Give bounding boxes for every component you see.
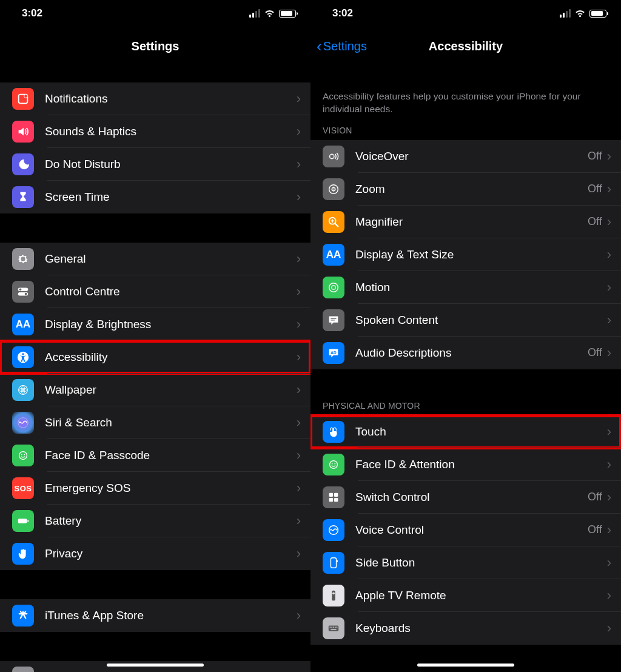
chevron-right-icon: › (607, 555, 611, 571)
row-side-button[interactable]: Side Button› (310, 546, 621, 579)
row-label: Keyboards (355, 622, 607, 635)
magnifier-icon (323, 211, 344, 233)
row-label: Wallpaper (45, 383, 297, 397)
row-touch[interactable]: Touch› (310, 415, 621, 448)
svg-point-40 (332, 592, 335, 594)
svg-rect-37 (331, 558, 336, 568)
home-indicator[interactable] (417, 664, 514, 667)
row-switch-control[interactable]: Switch ControlOff› (310, 481, 621, 514)
settings-list[interactable]: Notifications›Sounds & Haptics›Do Not Di… (0, 66, 310, 672)
row-value: Off (588, 523, 602, 536)
svg-point-3 (19, 289, 22, 291)
chevron-right-icon: › (297, 156, 301, 172)
settings-group: General›Control Centre›AADisplay & Brigh… (0, 243, 310, 570)
row-battery[interactable]: Battery› (0, 505, 310, 537)
settings-group: Passwords & Accounts› (0, 661, 310, 672)
sound-icon (12, 121, 34, 143)
row-label: Accessibility (45, 351, 297, 364)
motion-icon (323, 277, 344, 298)
row-value: Off (588, 150, 602, 163)
row-emergency-sos[interactable]: SOSEmergency SOS› (0, 472, 310, 505)
row-value: Off (588, 215, 602, 228)
chevron-right-icon: › (607, 181, 611, 197)
svg-point-24 (332, 286, 335, 289)
sos-icon: SOS (12, 477, 34, 499)
row-general[interactable]: General› (0, 243, 310, 275)
row-display-brightness[interactable]: AADisplay & Brightness› (0, 308, 310, 341)
battery-icon (279, 10, 296, 18)
chevron-right-icon: › (607, 280, 611, 295)
row-do-not-disturb[interactable]: Do Not Disturb› (0, 148, 310, 181)
row-itunes-app-store[interactable]: iTunes & App Store› (0, 599, 310, 632)
svg-text:AD: AD (331, 351, 337, 355)
row-face-id-attention[interactable]: Face ID & Attention› (310, 448, 621, 481)
svg-rect-38 (337, 560, 338, 562)
svg-point-12 (19, 452, 27, 460)
faceid-icon (323, 454, 344, 475)
chevron-right-icon: › (297, 415, 301, 431)
row-keyboards[interactable]: Keyboards› (310, 612, 621, 645)
svg-rect-39 (332, 591, 335, 601)
cellular-icon (249, 9, 260, 18)
chevron-right-icon: › (297, 189, 301, 205)
row-label: Notifications (45, 92, 297, 106)
row-label: Voice Control (355, 523, 588, 537)
battery-icon (12, 510, 34, 532)
accessibility-screen: 3:02 ‹ Settings Accessibility Accessibil… (310, 0, 621, 672)
row-screen-time[interactable]: Screen Time› (0, 181, 310, 213)
accessibility-list[interactable]: Accessibility features help you customis… (310, 66, 621, 672)
row-passwords-accounts[interactable]: Passwords & Accounts› (0, 661, 310, 672)
chevron-right-icon: › (607, 312, 611, 328)
row-notifications[interactable]: Notifications› (0, 82, 310, 115)
nav-bar: Settings (0, 27, 310, 66)
svg-rect-45 (335, 627, 336, 628)
row-value: Off (588, 183, 602, 195)
row-privacy[interactable]: Privacy› (0, 537, 310, 570)
row-label: Face ID & Passcode (45, 449, 297, 462)
appstore-icon (12, 605, 34, 627)
remote-icon (323, 585, 344, 606)
row-value: Off (588, 346, 602, 359)
notifications-icon (12, 88, 34, 110)
nav-bar: ‹ Settings Accessibility (310, 27, 621, 66)
row-label: Siri & Search (45, 416, 297, 429)
wifi-icon (264, 9, 275, 18)
row-audio-descriptions[interactable]: ADAudio DescriptionsOff› (310, 337, 621, 369)
row-zoom[interactable]: ZoomOff› (310, 173, 621, 206)
svg-point-9 (22, 389, 24, 391)
row-display-text-size[interactable]: AADisplay & Text Size› (310, 238, 621, 271)
settings-group: VoiceOverOff›ZoomOff›MagnifierOff›AADisp… (310, 140, 621, 369)
faceid-icon (12, 445, 34, 466)
svg-rect-15 (18, 519, 27, 523)
row-motion[interactable]: Motion› (310, 271, 621, 304)
row-label: Side Button (355, 556, 607, 570)
row-label: Motion (355, 281, 607, 294)
row-label: Privacy (45, 547, 297, 560)
chevron-right-icon: › (607, 345, 611, 361)
status-bar: 3:02 (0, 0, 310, 27)
row-voiceover[interactable]: VoiceOverOff› (310, 140, 621, 173)
back-button[interactable]: ‹ Settings (317, 38, 367, 54)
row-label: Control Centre (45, 285, 297, 298)
chevron-right-icon: › (607, 424, 611, 440)
svg-point-31 (334, 463, 335, 464)
hand-icon (12, 543, 34, 565)
speech-bubble-icon (323, 309, 344, 331)
row-spoken-content[interactable]: Spoken Content› (310, 304, 621, 337)
row-siri-search[interactable]: Siri & Search› (0, 406, 310, 439)
key-icon (12, 667, 34, 672)
row-label: Audio Descriptions (355, 346, 588, 360)
row-face-id-passcode[interactable]: Face ID & Passcode› (0, 439, 310, 472)
row-wallpaper[interactable]: Wallpaper› (0, 374, 310, 406)
row-sounds-haptics[interactable]: Sounds & Haptics› (0, 115, 310, 148)
row-control-centre[interactable]: Control Centre› (0, 275, 310, 308)
chevron-right-icon: › (297, 124, 301, 139)
row-accessibility[interactable]: Accessibility› (0, 341, 310, 374)
home-indicator[interactable] (107, 664, 204, 667)
svg-rect-43 (331, 627, 332, 628)
row-voice-control[interactable]: Voice ControlOff› (310, 514, 621, 546)
row-magnifier[interactable]: MagnifierOff› (310, 206, 621, 238)
svg-rect-47 (331, 629, 336, 630)
row-apple-tv-remote[interactable]: Apple TV Remote› (310, 579, 621, 612)
text-size-icon: AA (12, 314, 34, 335)
